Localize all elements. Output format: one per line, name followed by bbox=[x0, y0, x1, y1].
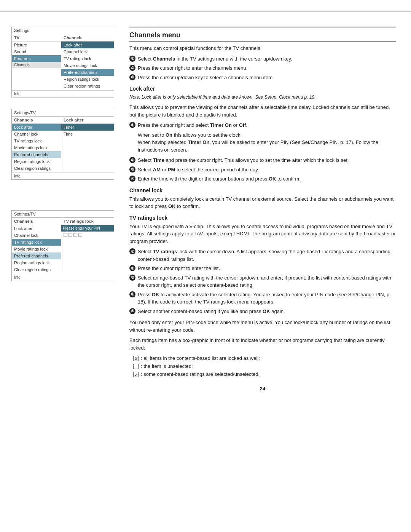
lock-step-1: ① Press the cursor right and select Time… bbox=[129, 121, 396, 129]
tv-ratings-body2: You need only enter your PIN-code once w… bbox=[129, 319, 396, 334]
menu3-left-item-0[interactable]: Lock after bbox=[12, 225, 61, 232]
menu1-right-item-2[interactable]: TV ratings lock bbox=[61, 55, 114, 62]
step1-text: Select Channels in the TV settings menu … bbox=[138, 55, 292, 63]
menu1-right: Lock after Channel lock TV ratings lock … bbox=[61, 42, 114, 89]
lock-step-3: ③ Select AM or PM to select the correct … bbox=[129, 166, 396, 174]
menu1-left-item-1[interactable]: Sound bbox=[12, 48, 61, 55]
menu1-left-item-2[interactable]: Features bbox=[12, 55, 61, 62]
menu2-left-item-6[interactable]: Clear region ratings bbox=[12, 165, 61, 172]
menu2-title: Settings/TV bbox=[12, 109, 114, 117]
pin-dot-4 bbox=[78, 233, 82, 237]
lock-step-2: ② Select Time and press the cursor right… bbox=[129, 157, 396, 164]
channels-step-1: ① Select Channels in the TV settings men… bbox=[129, 55, 396, 63]
step3-text: Press the cursor up/down key to select a… bbox=[138, 74, 274, 81]
menu3-left-item-6[interactable]: Clear region ratings bbox=[12, 266, 61, 273]
tv-ratings-step-2: ② Press the cursor right to enter the li… bbox=[129, 265, 396, 272]
menu-box-3: Settings/TV Channels TV ratings lock Loc… bbox=[11, 210, 114, 281]
bullet-2-text: : the item is unselected; bbox=[141, 363, 193, 371]
tv-step4-text: Press OK to activate/de-activate the sel… bbox=[138, 291, 396, 306]
menu3-left: Lock after Channel lock TV ratings lock … bbox=[12, 225, 61, 273]
menu1-right-item-4[interactable]: Prefered channels bbox=[61, 69, 114, 76]
tv-step-num-3: ③ bbox=[129, 275, 135, 281]
lock-step-num-3: ③ bbox=[129, 166, 135, 173]
menu3-header-left: Channels bbox=[12, 218, 61, 225]
lock-step4-text: Enter the time with the digit or the cur… bbox=[138, 175, 301, 183]
tv-ratings-step-4: ④ Press OK to activate/de-activate the s… bbox=[129, 291, 396, 306]
tv-step1-text: Select TV ratings lock with the cursor d… bbox=[138, 248, 396, 263]
menu1-left-item-3[interactable]: Channels bbox=[12, 62, 61, 68]
section-rule bbox=[129, 27, 396, 27]
menu1-right-item-0[interactable]: Lock after bbox=[61, 42, 114, 48]
menu1-right-item-3[interactable]: Movie ratings lock bbox=[61, 62, 114, 69]
menu2-left-item-3[interactable]: Movie ratings lock bbox=[12, 144, 61, 151]
pin-dot-1 bbox=[64, 233, 67, 237]
menu3-left-item-3[interactable]: Movie ratings lock bbox=[12, 246, 61, 252]
page-number: 24 bbox=[129, 386, 396, 391]
menu3-right-item-4 bbox=[61, 252, 114, 259]
tv-step-num-1: ① bbox=[129, 248, 135, 254]
menu2-header-right: Lock after bbox=[61, 117, 114, 123]
channels-step-3: ③ Press the cursor up/down key to select… bbox=[129, 74, 396, 81]
menu3-left-item-5[interactable]: Region ratings lock bbox=[12, 259, 61, 266]
menu3-right-item-3 bbox=[61, 245, 114, 252]
menu1-right-item-5[interactable]: Region ratings lock bbox=[61, 76, 114, 83]
menu2-left-item-1[interactable]: Channel lock bbox=[12, 131, 61, 137]
menu3-header-right: TV ratings lock bbox=[61, 218, 114, 225]
menu2-left-item-5[interactable]: Region ratings lock bbox=[12, 158, 61, 165]
menu3-right-item-2 bbox=[61, 238, 114, 245]
tv-step-num-4: ④ bbox=[129, 291, 135, 297]
tv-ratings-step-1: ① Select TV ratings lock with the cursor… bbox=[129, 248, 396, 263]
step2-text: Press the cursor right to enter the chan… bbox=[138, 64, 247, 72]
menu2-right-item-0[interactable]: Timer bbox=[61, 124, 114, 131]
menu1-header-right: Channels bbox=[61, 34, 114, 41]
menu1-info: Info bbox=[12, 90, 114, 97]
page-title: Channels menu bbox=[129, 31, 396, 42]
menu2-right-item-2 bbox=[61, 137, 114, 144]
channels-step-2: ② Press the cursor right to enter the ch… bbox=[129, 64, 396, 72]
lock-step-num-2: ② bbox=[129, 157, 135, 163]
menu2-left-item-0[interactable]: Lock after bbox=[12, 124, 61, 131]
tv-ratings-body3: Each ratings item has a box-graphic in f… bbox=[129, 337, 396, 351]
menu2-right-item-5 bbox=[61, 158, 114, 165]
menu3-left-item-2[interactable]: TV ratings lock bbox=[12, 239, 61, 246]
menu-box-2: Settings/TV Channels Lock after Lock aft… bbox=[11, 109, 114, 180]
lock-step1-note: When set to On this allows you to set th… bbox=[138, 131, 396, 154]
menu1-right-item-1[interactable]: Channel lock bbox=[61, 48, 114, 55]
menu3-title: Settings/TV bbox=[12, 211, 114, 218]
menu1-title: Settings bbox=[12, 27, 114, 34]
lock-step-4: ④ Enter the time with the digit or the c… bbox=[129, 175, 396, 183]
tv-ratings-step-3: ③ Select an age-based TV rating with the… bbox=[129, 274, 396, 289]
bullet-1-text: : all items in the contents-based list a… bbox=[141, 355, 260, 363]
menu2-info: Info bbox=[12, 173, 114, 179]
tv-step-num-2: ② bbox=[129, 265, 135, 271]
empty-checkbox-icon bbox=[133, 364, 139, 369]
channels-steps: ① Select Channels in the TV settings men… bbox=[129, 55, 396, 81]
menu3-right: Please enter your PIN bbox=[61, 225, 114, 273]
bullet-item-2: : the item is unselected; bbox=[133, 363, 396, 371]
tv-ratings-title: TV ratings lock bbox=[129, 215, 396, 221]
menu1-header-left: TV bbox=[12, 34, 61, 41]
menu1-right-item-6[interactable]: Clear region ratings bbox=[61, 83, 114, 89]
partial-check-icon: ✓ bbox=[133, 372, 139, 377]
menu2-right-item-1[interactable]: Time bbox=[61, 131, 114, 137]
menu3-left-item-4[interactable]: Prefered channels bbox=[12, 252, 61, 259]
bullet-item-1: ✗ : all items in the contents-based list… bbox=[133, 355, 396, 363]
menu2-left-item-2[interactable]: TV ratings lock bbox=[12, 137, 61, 144]
lock-after-title: Lock after bbox=[129, 86, 396, 92]
menu1-left-item-0[interactable]: Picture bbox=[12, 42, 61, 48]
menu3-left-item-1[interactable]: Channel lock bbox=[12, 232, 61, 239]
menu3-info: Info bbox=[12, 274, 114, 281]
tv-step-num-5: ⑤ bbox=[129, 308, 135, 314]
tv-ratings-bullets: ✗ : all items in the contents-based list… bbox=[133, 355, 396, 378]
tv-step2-text: Press the cursor right to enter the list… bbox=[138, 265, 220, 272]
menu3-pin-prompt: Please enter your PIN bbox=[61, 225, 114, 232]
menu2-left-item-4[interactable]: Prefered channels bbox=[12, 151, 61, 158]
menu2-header-left: Channels bbox=[12, 117, 61, 123]
menu2-right-item-4 bbox=[61, 151, 114, 158]
menu1-left: Picture Sound Features Channels bbox=[12, 42, 61, 89]
pin-dot-3 bbox=[73, 233, 77, 237]
intro-text: This menu can control special functions … bbox=[129, 45, 396, 52]
lock-after-steps-2: ② Select Time and press the cursor right… bbox=[129, 157, 396, 183]
lock-step-num-1: ① bbox=[129, 122, 135, 128]
tv-step3-text: Select an age-based TV rating with the c… bbox=[138, 274, 396, 289]
